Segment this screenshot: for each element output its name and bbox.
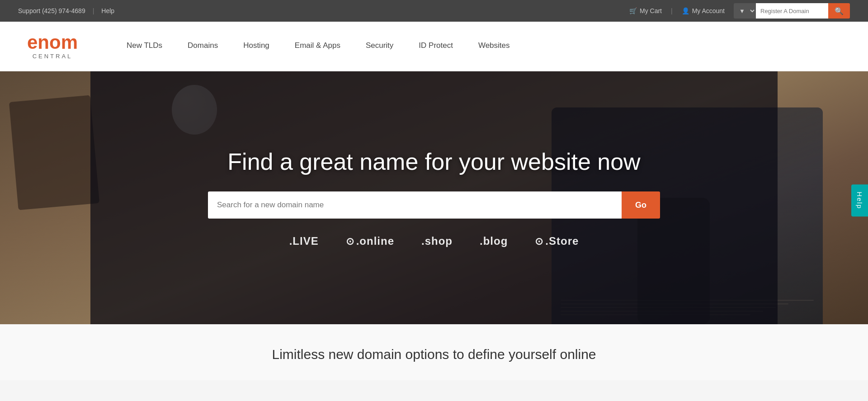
top-bar-separator: | — [93, 7, 94, 14]
hero-section: Find a great name for your website now G… — [0, 71, 868, 324]
tld-tags: .LIVE ⊙.online .shop .blog ⊙.Store — [289, 235, 579, 247]
nav-item-security[interactable]: Security — [353, 22, 406, 71]
logo: enom — [27, 33, 78, 52]
cart-icon: 🛒 — [629, 7, 637, 14]
support-number: Support (425) 974-4689 — [18, 7, 85, 14]
nav-item-hosting[interactable]: Hosting — [231, 22, 282, 71]
tld-store[interactable]: ⊙.Store — [535, 235, 579, 247]
hero-content: Find a great name for your website now G… — [0, 71, 868, 324]
cart-label: My Cart — [640, 7, 662, 14]
account-label: My Account — [692, 7, 725, 14]
user-icon: 👤 — [682, 7, 689, 14]
tld-blog[interactable]: .blog — [480, 235, 508, 247]
tld-online[interactable]: ⊙.online — [346, 235, 394, 247]
main-nav: New TLDs Domains Hosting Email & Apps Se… — [114, 22, 523, 71]
hero-title: Find a great name for your website now — [227, 148, 640, 175]
register-domain-wrapper: ▼ 🔍 — [734, 3, 850, 19]
logo-wrapper: enom CENTRAL — [27, 33, 78, 60]
help-side-button[interactable]: Help — [851, 185, 868, 217]
nav-item-email-apps[interactable]: Email & Apps — [282, 22, 353, 71]
below-hero-title: Limitless new domain options to define y… — [0, 347, 868, 362]
nav-item-id-protect[interactable]: ID Protect — [406, 22, 466, 71]
nav-item-websites[interactable]: Websites — [466, 22, 523, 71]
logo-e: e — [27, 32, 38, 53]
domain-search-button[interactable]: Go — [622, 191, 660, 219]
logo-nom: nom — [38, 32, 78, 53]
nav-header: enom CENTRAL New TLDs Domains Hosting Em… — [0, 22, 868, 71]
logo-sub: CENTRAL — [27, 53, 78, 60]
top-bar-left: Support (425) 974-4689 | Help — [18, 7, 114, 14]
tld-live[interactable]: .LIVE — [289, 235, 319, 247]
domain-search-input[interactable] — [208, 191, 622, 219]
tld-shop[interactable]: .shop — [421, 235, 453, 247]
nav-item-domains[interactable]: Domains — [175, 22, 231, 71]
cart-link[interactable]: 🛒 My Cart — [629, 7, 662, 14]
account-link[interactable]: 👤 My Account — [682, 7, 725, 14]
top-bar-right: 🛒 My Cart | 👤 My Account ▼ 🔍 — [629, 3, 850, 19]
nav-item-new-tlds[interactable]: New TLDs — [114, 22, 175, 71]
register-input[interactable] — [756, 3, 828, 19]
domain-search-bar: Go — [208, 191, 660, 219]
below-hero-section: Limitless new domain options to define y… — [0, 324, 868, 380]
top-bar-separator-2: | — [671, 7, 673, 14]
register-search-button[interactable]: 🔍 — [828, 3, 850, 19]
help-link[interactable]: Help — [101, 7, 114, 14]
top-bar: Support (425) 974-4689 | Help 🛒 My Cart … — [0, 0, 868, 22]
register-dropdown[interactable]: ▼ — [734, 3, 756, 19]
